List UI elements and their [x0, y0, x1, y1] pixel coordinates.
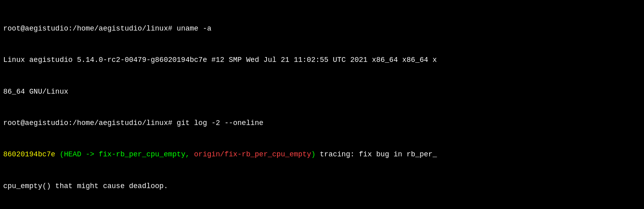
output-2: Linux aegistudio 5.14.0-rc2-00479-g86020…: [3, 56, 437, 64]
terminal[interactable]: root@aegistudio:/home/aegistudio/linux# …: [0, 0, 644, 209]
git-refs-1b: ): [311, 150, 316, 158]
line-2: Linux aegistudio 5.14.0-rc2-00479-g86020…: [3, 55, 641, 65]
output-3: 86_64 GNU/Linux: [3, 88, 68, 96]
git-msg-1: tracing: fix bug in rb_per_: [316, 150, 437, 158]
git-hash-1: 86020194bc7e: [3, 150, 55, 158]
git-origin-ref-1: origin/fix-rb_per_cpu_empty: [194, 150, 311, 158]
line-5: 86020194bc7e (HEAD -> fix-rb_per_cpu_emp…: [3, 149, 641, 160]
line-6: cpu_empty() that might cause deadloop.: [3, 181, 641, 191]
git-space: [55, 150, 60, 158]
prompt-4: root@aegistudio:/home/aegistudio/linux#: [3, 119, 177, 127]
command-1: uname -a: [177, 25, 211, 33]
line-1: root@aegistudio:/home/aegistudio/linux# …: [3, 23, 641, 34]
output-6: cpu_empty() that might cause deadloop.: [3, 182, 168, 190]
git-refs-1: (HEAD -> fix-rb_per_cpu_empty,: [59, 150, 194, 158]
line-4: root@aegistudio:/home/aegistudio/linux# …: [3, 118, 641, 128]
command-4: git log -2 --oneline: [177, 119, 263, 127]
prompt-1: root@aegistudio:/home/aegistudio/linux#: [3, 25, 177, 33]
line-3: 86_64 GNU/Linux: [3, 86, 641, 97]
